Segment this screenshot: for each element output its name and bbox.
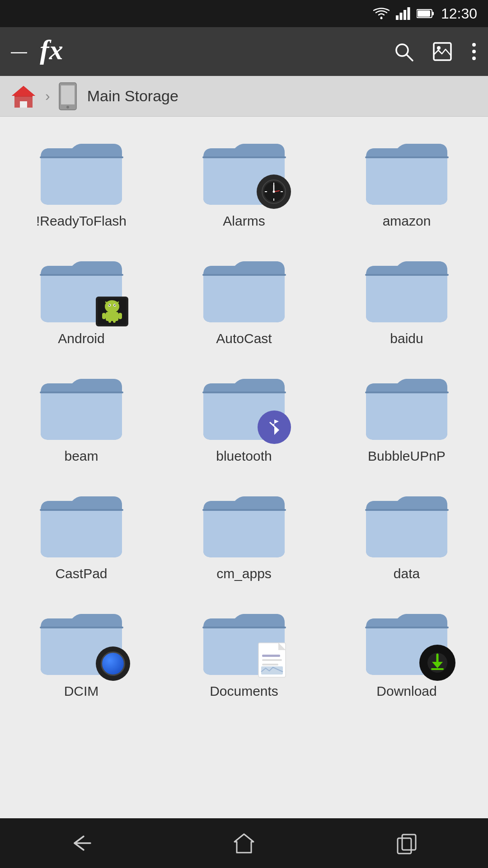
svg-point-16 — [472, 57, 476, 60]
recents-button[interactable] — [389, 830, 425, 857]
svg-text:fx: fx — [40, 34, 63, 65]
list-item[interactable]: BubbleUPnP — [325, 359, 488, 476]
folder-name: CastPad — [55, 566, 107, 581]
list-item[interactable]: Android — [0, 241, 163, 359]
svg-rect-3 — [404, 10, 406, 20]
folder-name: AutoCast — [216, 331, 272, 346]
list-item[interactable]: data — [325, 476, 488, 594]
folder-name: BubbleUPnP — [368, 448, 446, 464]
svg-point-41 — [105, 300, 119, 313]
search-icon[interactable] — [393, 41, 414, 62]
svg-rect-52 — [113, 317, 116, 323]
svg-point-36 — [273, 191, 275, 193]
svg-rect-4 — [407, 7, 410, 20]
document-badge — [255, 641, 295, 681]
breadcrumb-title: Main Storage — [87, 87, 178, 105]
status-icons: 12:30 — [373, 5, 477, 22]
toolbar-actions — [393, 41, 477, 62]
svg-rect-53 — [202, 274, 286, 276]
folder-name: data — [394, 566, 420, 581]
svg-rect-7 — [418, 10, 430, 17]
svg-rect-75 — [398, 838, 411, 854]
clock-badge — [257, 175, 291, 209]
folder-name: beam — [64, 448, 98, 464]
svg-marker-21 — [12, 86, 35, 96]
file-grid: !ReadyToFlash — [0, 117, 488, 818]
svg-rect-48 — [106, 312, 118, 321]
svg-rect-27 — [202, 156, 286, 158]
svg-rect-64 — [262, 655, 280, 657]
svg-rect-65 — [262, 659, 282, 661]
folder-name: cm_apps — [216, 566, 272, 581]
camera-badge — [96, 646, 130, 681]
svg-rect-1 — [396, 15, 399, 20]
toolbar: — fx — [0, 27, 488, 76]
folder-name: Download — [376, 684, 436, 699]
wifi-icon — [373, 7, 389, 20]
svg-line-10 — [407, 55, 413, 61]
svg-rect-74 — [402, 835, 416, 850]
status-bar: 12:30 — [0, 0, 488, 27]
svg-rect-49 — [102, 313, 106, 319]
svg-rect-26 — [40, 156, 123, 158]
list-item[interactable]: !ReadyToFlash — [0, 124, 163, 241]
back-button[interactable] — [63, 830, 99, 857]
list-item[interactable]: beam — [0, 359, 163, 476]
bluetooth-badge — [258, 410, 291, 444]
svg-rect-66 — [262, 664, 278, 665]
list-item[interactable]: baidu — [325, 241, 488, 359]
list-item[interactable]: CastPad — [0, 476, 163, 594]
home-breadcrumb[interactable] — [9, 84, 38, 109]
list-item[interactable]: Documents — [163, 594, 325, 712]
svg-point-13 — [437, 46, 441, 50]
svg-point-0 — [380, 17, 382, 19]
folder-name: amazon — [383, 213, 431, 229]
folder-name: baidu — [390, 331, 423, 346]
gallery-icon[interactable] — [432, 41, 453, 62]
svg-rect-58 — [40, 509, 123, 511]
list-item[interactable]: Alarms — [163, 124, 325, 241]
more-options-icon[interactable] — [471, 41, 477, 62]
folder-name: !ReadyToFlash — [36, 213, 127, 229]
folder-name: DCIM — [64, 684, 99, 699]
svg-rect-55 — [40, 392, 123, 393]
svg-rect-57 — [365, 392, 449, 393]
svg-rect-24 — [61, 85, 75, 104]
breadcrumb-separator: › — [45, 88, 50, 104]
status-time: 12:30 — [441, 5, 477, 22]
list-item[interactable]: bluetooth — [163, 359, 325, 476]
app-logo: — fx — [11, 33, 90, 71]
signal-icon — [396, 7, 410, 20]
svg-rect-61 — [40, 627, 123, 628]
list-item[interactable]: Download — [325, 594, 488, 712]
folder-name: Alarms — [223, 213, 265, 229]
svg-point-14 — [472, 43, 476, 47]
list-item[interactable]: DCIM — [0, 594, 163, 712]
app-name: fx — [36, 33, 90, 71]
svg-rect-68 — [365, 627, 449, 628]
svg-rect-22 — [20, 101, 27, 108]
svg-rect-38 — [40, 274, 123, 276]
android-badge — [94, 292, 130, 328]
svg-rect-50 — [118, 313, 122, 319]
folder-name: Documents — [210, 684, 278, 699]
device-icon — [57, 82, 78, 111]
svg-rect-51 — [108, 317, 111, 323]
svg-rect-6 — [432, 12, 434, 15]
menu-icon[interactable]: — — [11, 42, 27, 61]
list-item[interactable]: cm_apps — [163, 476, 325, 594]
svg-rect-54 — [365, 274, 449, 276]
folder-name: Android — [58, 331, 104, 346]
svg-rect-37 — [365, 156, 449, 158]
svg-rect-62 — [202, 627, 286, 628]
svg-point-25 — [66, 106, 69, 108]
list-item[interactable]: AutoCast — [163, 241, 325, 359]
list-item[interactable]: amazon — [325, 124, 488, 241]
home-button[interactable] — [226, 830, 262, 857]
bottom-navigation — [0, 818, 488, 868]
breadcrumb: › Main Storage — [0, 76, 488, 117]
svg-rect-59 — [202, 509, 286, 511]
svg-point-15 — [472, 50, 476, 53]
svg-rect-56 — [202, 392, 286, 393]
svg-rect-60 — [365, 509, 449, 511]
